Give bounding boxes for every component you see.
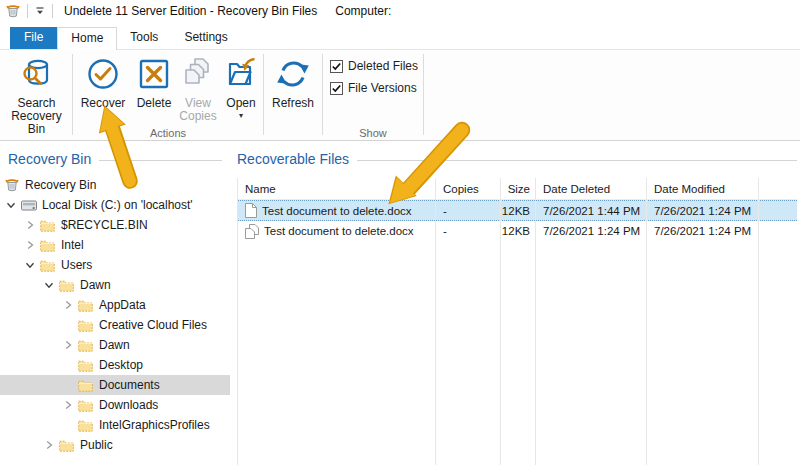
show-group-label: Show <box>324 127 422 139</box>
file-row-test-document-to-delete-docx[interactable]: Test document to delete.docx-12KB7/26/20… <box>238 221 797 241</box>
column-divider <box>500 178 501 465</box>
tab-tools[interactable]: Tools <box>117 27 171 49</box>
tree-item-users[interactable]: Users <box>0 255 230 275</box>
chevron-right-icon[interactable] <box>63 300 78 310</box>
column-divider <box>758 178 759 465</box>
chevron-down-icon[interactable] <box>6 200 21 210</box>
folder-icon <box>78 419 96 432</box>
tree-item-label: $RECYCLE.BIN <box>58 218 148 232</box>
tree-item-label: Dawn <box>96 338 130 352</box>
recovery-bin-heading-text: Recovery Bin <box>8 151 91 167</box>
heading-rule <box>357 160 797 161</box>
folder-icon <box>78 319 96 332</box>
open-button[interactable]: Open ▾ <box>220 50 262 119</box>
recovery-bin-panel: Recovery Bin Recovery BinLocal Disk (C:)… <box>0 142 230 465</box>
column-divider <box>435 178 436 465</box>
tree-item-intelgraphicsprofiles[interactable]: IntelGraphicsProfiles <box>0 415 230 435</box>
search-group: Search Recovery Bin <box>2 50 71 140</box>
tree-item-downloads[interactable]: Downloads <box>0 395 230 415</box>
recovery-bin-heading: Recovery Bin <box>0 142 230 167</box>
chevron-down-icon[interactable] <box>25 260 40 270</box>
checkbox-checked-icon <box>330 82 343 95</box>
folder-icon <box>78 339 96 352</box>
file-row-test-document-to-delete-docx[interactable]: Test document to delete.docx-12KB7/26/20… <box>238 200 797 221</box>
tree-item-desktop[interactable]: Desktop <box>0 355 230 375</box>
column-header-date-deleted[interactable]: Date Deleted <box>536 178 647 199</box>
recoverable-files-panel: Recoverable Files NameCopiesSizeDate Del… <box>237 142 797 465</box>
folder-icon <box>78 299 96 312</box>
copies-cell: - <box>436 221 501 241</box>
cell-text: - <box>443 225 447 237</box>
file-list: NameCopiesSizeDate DeletedDate Modified … <box>237 178 797 465</box>
cell-text: 7/26/2021 1:24 PM <box>543 225 640 237</box>
tab-file[interactable]: File <box>10 27 57 49</box>
column-header-size[interactable]: Size <box>501 178 536 199</box>
date-modified-cell: 7/26/2021 1:24 PM <box>647 201 759 220</box>
group-separator <box>322 54 323 135</box>
column-header-name[interactable]: Name <box>238 178 436 199</box>
date-deleted-cell: 7/26/2021 1:24 PM <box>536 221 647 241</box>
folder-icon <box>40 239 58 252</box>
deleted-files-checkbox[interactable]: Deleted Files <box>330 58 418 74</box>
search-recovery-bin-button[interactable]: Search Recovery Bin <box>2 50 71 136</box>
file-copy-icon <box>245 224 259 239</box>
view-copies-button[interactable]: View Copies <box>176 50 220 123</box>
delete-button-label: Delete <box>137 97 172 110</box>
tree-item-documents[interactable]: Documents <box>0 375 230 395</box>
tab-home[interactable]: Home <box>57 27 117 50</box>
tree-item-dawn[interactable]: Dawn <box>0 335 230 355</box>
tree-item-local-disk-c-on-localhost[interactable]: Local Disk (C:) on 'localhost' <box>0 195 230 215</box>
file-list-header: NameCopiesSizeDate DeletedDate Modified <box>238 178 797 200</box>
tab-settings[interactable]: Settings <box>171 27 240 49</box>
recover-button[interactable]: Recover <box>74 50 132 110</box>
ribbon: Search Recovery Bin Recover Delete <box>0 50 800 141</box>
cell-text: 12KB <box>502 225 530 237</box>
tree-item-recovery-bin[interactable]: Recovery Bin <box>0 175 230 195</box>
show-group: Deleted Files File Versions Show <box>324 50 422 140</box>
folder-icon <box>78 359 96 372</box>
tree-item-label: Users <box>58 258 92 272</box>
tree-item-creative-cloud-files[interactable]: Creative Cloud Files <box>0 315 230 335</box>
file-list-body: Test document to delete.docx-12KB7/26/20… <box>238 200 797 241</box>
checkbox-checked-icon <box>330 60 343 73</box>
refresh-group: Refresh <box>265 50 321 140</box>
tree-item-recycle-bin[interactable]: $RECYCLE.BIN <box>0 215 230 235</box>
tree-item-label: Recovery Bin <box>22 178 96 192</box>
folder-tree: Recovery BinLocal Disk (C:) on 'localhos… <box>0 175 230 455</box>
show-group-checkboxes: Deleted Files File Versions <box>330 58 418 102</box>
size-cell: 12KB <box>501 221 536 241</box>
delete-button[interactable]: Delete <box>132 50 176 110</box>
cell-text: Test document to delete.docx <box>264 225 414 237</box>
cell-text: 7/26/2021 1:44 PM <box>543 205 640 217</box>
view-copies-button-label: View Copies <box>179 97 216 123</box>
folder-icon <box>59 439 77 452</box>
folder-icon <box>40 259 58 272</box>
tree-item-label: Intel <box>58 238 84 252</box>
refresh-button[interactable]: Refresh <box>265 50 321 110</box>
tree-item-intel[interactable]: Intel <box>0 235 230 255</box>
tree-item-appdata[interactable]: AppData <box>0 295 230 315</box>
chevron-right-icon[interactable] <box>25 240 40 250</box>
chevron-down-icon[interactable] <box>44 280 59 290</box>
chevron-right-icon[interactable] <box>63 340 78 350</box>
tree-item-public[interactable]: Public <box>0 435 230 455</box>
chevron-down-icon: ▾ <box>239 112 243 119</box>
tree-item-label: Local Disk (C:) on 'localhost' <box>39 198 193 212</box>
deleted-files-checkbox-label: Deleted Files <box>348 59 418 73</box>
group-separator <box>423 54 424 135</box>
file-versions-checkbox[interactable]: File Versions <box>330 80 418 96</box>
column-header-date-modified[interactable]: Date Modified <box>647 178 759 199</box>
tree-item-dawn[interactable]: Dawn <box>0 275 230 295</box>
column-header-copies[interactable]: Copies <box>436 178 501 199</box>
date-modified-cell: 7/26/2021 1:24 PM <box>647 221 759 241</box>
copies-cell: - <box>436 201 501 220</box>
chevron-right-icon[interactable] <box>63 400 78 410</box>
ribbon-tab-strip: File Home Tools Settings <box>0 22 800 50</box>
title-bar: Undelete 11 Server Edition - Recovery Bi… <box>0 0 800 22</box>
actions-group: Recover Delete <box>74 50 262 140</box>
quick-access-dropdown-icon[interactable] <box>33 4 47 18</box>
date-deleted-cell: 7/26/2021 1:44 PM <box>536 201 647 220</box>
divider <box>52 4 53 18</box>
chevron-right-icon[interactable] <box>44 440 59 450</box>
chevron-right-icon[interactable] <box>25 220 40 230</box>
